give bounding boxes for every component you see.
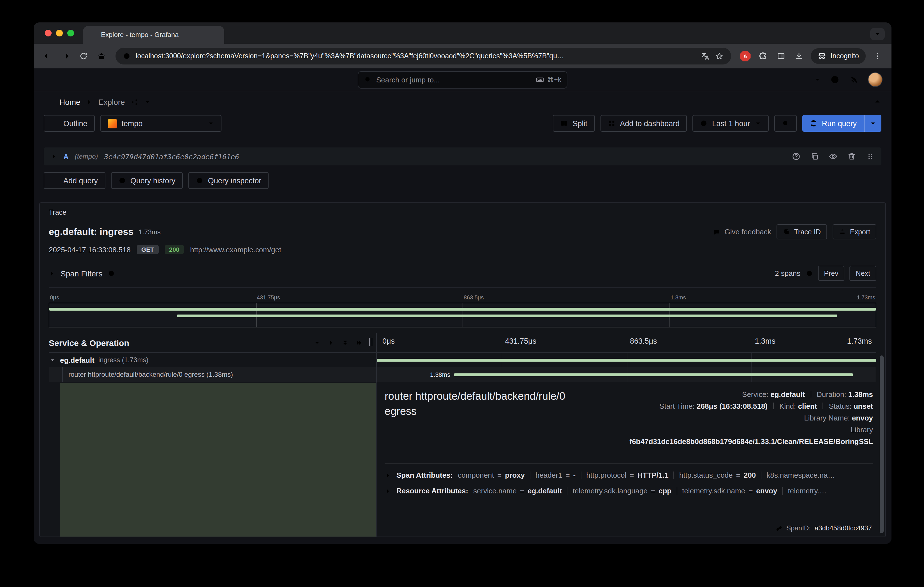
new-tab-button[interactable] (229, 28, 242, 41)
span-bar-cell[interactable] (376, 353, 876, 367)
datasource-picker[interactable]: tempo (101, 115, 221, 132)
chevron-right-icon[interactable] (384, 488, 391, 494)
collapse-one-icon[interactable] (314, 339, 321, 346)
minimap-canvas[interactable] (49, 303, 876, 327)
breadcrumb-home[interactable]: Home (59, 97, 81, 107)
site-info-icon[interactable] (123, 52, 130, 60)
export-icon (839, 228, 846, 236)
expand-one-icon[interactable] (327, 339, 335, 346)
query-help-icon[interactable] (792, 152, 801, 161)
new-menu-button[interactable] (805, 76, 821, 84)
query-inspector-button[interactable]: Query inspector (188, 172, 269, 189)
column-resizer-handle[interactable] (369, 338, 373, 346)
give-feedback-button[interactable]: Give feedback (713, 228, 771, 236)
span-detail-title: router httproute/default/backend/rule/0 … (384, 389, 573, 447)
query-value[interactable]: 3e4c979d47d01af3c6e0c2ade6f161e6 (104, 152, 239, 161)
outline-button[interactable]: Outline (44, 115, 95, 132)
user-avatar[interactable] (868, 73, 883, 87)
add-to-dashboard-button[interactable]: Add to dashboard (600, 115, 687, 132)
export-button[interactable]: Export (833, 224, 876, 239)
prev-span-button[interactable]: Prev (818, 266, 845, 281)
span-duration-bar[interactable] (377, 359, 876, 361)
url-text[interactable]: localhost:3000/explore?schemaVersion=1&p… (136, 52, 696, 60)
remove-query-icon[interactable] (847, 152, 856, 161)
chevron-right-icon[interactable] (49, 270, 56, 277)
run-query-options-button[interactable] (864, 115, 881, 132)
side-panel-icon[interactable] (773, 48, 790, 64)
duplicate-query-icon[interactable] (810, 152, 819, 161)
collapse-pane-button[interactable] (873, 97, 881, 107)
zoom-out-time-button[interactable] (774, 115, 797, 132)
span-duration-label: 1.38ms (430, 371, 450, 378)
span-filters-right: 2 spans Prev Next (775, 266, 876, 281)
span-attributes-row[interactable]: Span Attributes: component=proxy header1… (384, 471, 873, 479)
trace-id-button[interactable]: Trace ID (777, 224, 827, 239)
link-icon[interactable] (775, 524, 782, 532)
span-row[interactable]: eg.default ingress (1.73ms) (49, 353, 876, 367)
reload-button[interactable] (75, 48, 92, 64)
bookmark-star-icon[interactable] (715, 51, 724, 61)
dashboard-grid-icon (607, 119, 615, 127)
split-button[interactable]: Split (553, 115, 595, 132)
scrollbar-thumb[interactable] (880, 355, 884, 533)
time-range-picker[interactable]: Last 1 hour (693, 115, 769, 132)
close-window-button[interactable] (45, 30, 51, 36)
home-button[interactable] (93, 48, 110, 64)
collapse-all-icon[interactable] (342, 339, 349, 346)
tick-label: 1.73ms (847, 337, 872, 345)
query-history-button[interactable]: Query history (111, 172, 183, 189)
outline-icon (51, 119, 59, 127)
extensions-puzzle-icon[interactable] (755, 48, 772, 64)
next-span-button[interactable]: Next (850, 266, 876, 281)
sync-icon (809, 119, 817, 127)
breadcrumb: Home Explore (34, 91, 891, 113)
run-query-button[interactable]: Run query (802, 115, 864, 132)
search-input[interactable]: Search or jump to... ⌘+k (358, 71, 568, 88)
share-chevron-icon[interactable] (144, 99, 151, 106)
downloads-icon[interactable] (791, 48, 808, 64)
tick-label: 1.73ms (857, 294, 875, 300)
chevron-right-icon[interactable] (384, 472, 391, 478)
translate-icon[interactable] (701, 51, 710, 61)
share-link-icon[interactable] (130, 98, 139, 106)
toggle-visibility-icon[interactable] (829, 152, 838, 161)
add-query-button[interactable]: Add query (44, 172, 105, 189)
browser-menu-button[interactable] (869, 48, 886, 64)
span-filters-label[interactable]: Span Filters (61, 269, 102, 278)
span-duration-bar[interactable] (454, 373, 853, 376)
zoom-window-button[interactable] (67, 30, 74, 36)
menu-toggle-icon[interactable] (44, 97, 54, 107)
trace-minimap[interactable]: 0μs 431.75μs 863.5μs 1.3ms 1.73ms (49, 294, 876, 327)
span-detail-content: router httproute/default/backend/rule/0 … (376, 382, 876, 536)
caret-down-icon[interactable] (49, 356, 56, 364)
help-icon[interactable] (830, 74, 840, 85)
address-bar[interactable]: localhost:3000/explore?schemaVersion=1&p… (116, 48, 731, 64)
resource-attributes-row[interactable]: Resource Attributes: service.name=eg.def… (384, 486, 873, 495)
adblock-extension-icon[interactable] (737, 48, 754, 64)
span-row-selected[interactable]: router httproute/default/backend/rule/0 … (49, 367, 876, 382)
chevron-down-icon (208, 120, 214, 127)
span-name-cell[interactable]: eg.default ingress (1.73ms) (49, 353, 376, 367)
span-id[interactable]: SpanID: a3db458d0fcc4937 (775, 524, 872, 532)
back-button[interactable] (39, 48, 56, 64)
minimize-window-button[interactable] (56, 30, 63, 36)
header-actions (805, 73, 883, 87)
expand-all-icon[interactable] (355, 339, 363, 346)
span-detail-meta: Service: eg.defaultDuration: 1.38ms Star… (630, 389, 873, 447)
tab-search-button[interactable] (870, 28, 885, 40)
browser-tab[interactable]: Explore - tempo - Grafana (83, 26, 224, 44)
query-collapse-icon[interactable] (51, 153, 57, 160)
toolbar-right-actions: Split Add to dashboard Last 1 hour (553, 115, 881, 132)
query-editor-row[interactable]: A (tempo) 3e4c979d47d01af3c6e0c2ade6f161… (44, 147, 881, 165)
clock-icon (700, 119, 708, 127)
selected-span-highlight[interactable] (60, 383, 376, 536)
span-bar-cell[interactable]: 1.38ms (376, 367, 876, 382)
forward-button[interactable] (57, 48, 74, 64)
trace-timestamp: 2025-04-17 16:33:08.518 (49, 245, 130, 254)
span-name-cell[interactable]: router httproute/default/backend/rule/0 … (49, 367, 376, 382)
news-icon[interactable] (849, 74, 859, 85)
grafana-logo-icon[interactable] (43, 73, 56, 86)
query-ref-id: A (63, 152, 69, 161)
tab-close-icon[interactable] (209, 30, 219, 40)
drag-handle-icon[interactable] (866, 152, 874, 161)
